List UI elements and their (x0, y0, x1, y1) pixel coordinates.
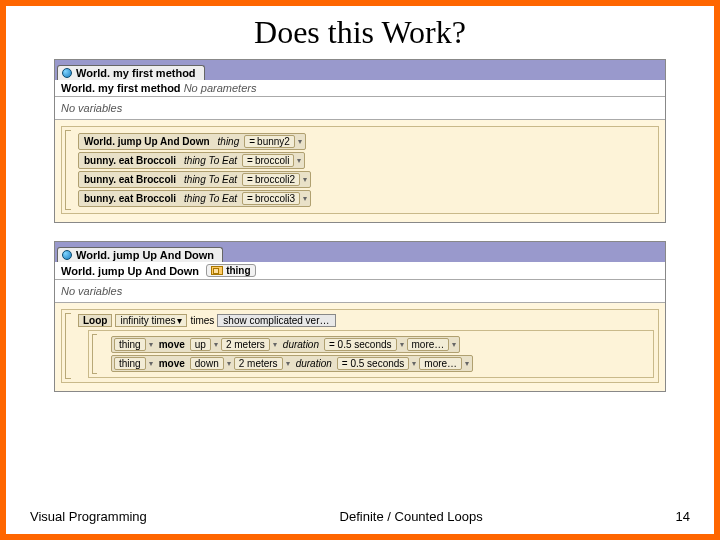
call-param-name: thing (215, 136, 243, 147)
loop-count-dropdown[interactable]: infinity times▾ (115, 314, 187, 327)
footer-center: Definite / Counted Loops (340, 509, 483, 524)
statement-row[interactable]: thing▾ move up▾ 2 meters▾ duration = 0.5… (111, 336, 650, 353)
dropdown-icon: ▾ (464, 359, 470, 368)
amount-dropdown[interactable]: 2 meters (221, 338, 270, 351)
no-variables-label: No variables (55, 97, 665, 120)
method-call-tile[interactable]: World. jump Up And Down thing = bunny2▾ (78, 133, 306, 150)
method-panel-2: World. jump Up And Down World. jump Up A… (54, 241, 666, 392)
dropdown-icon: ▾ (411, 359, 417, 368)
call-param-value[interactable]: = broccoli3 (242, 192, 300, 205)
method-body: Loop infinity times▾ times show complica… (55, 303, 665, 391)
signature-name: World. my first method (61, 82, 181, 94)
loop-body[interactable]: thing▾ move up▾ 2 meters▾ duration = 0.5… (88, 330, 654, 378)
no-variables-label: No variables (55, 280, 665, 303)
dropdown-icon: ▾ (272, 340, 278, 349)
dropdown-icon: ▾ (297, 137, 303, 146)
call-row[interactable]: World. jump Up And Down thing = bunny2▾ (78, 133, 654, 150)
loop-keyword: Loop (78, 314, 112, 327)
direction-dropdown[interactable]: up (190, 338, 211, 351)
verb: move (156, 358, 188, 369)
world-icon (62, 250, 72, 260)
param-name: thing (226, 265, 250, 276)
dropdown-icon: ▾ (213, 340, 219, 349)
call-row[interactable]: bunny. eat Broccoli thing To Eat = brocc… (78, 152, 654, 169)
duration-dropdown[interactable]: = 0.5 seconds (324, 338, 397, 351)
tab-my-first-method[interactable]: World. my first method (57, 65, 205, 80)
loop-times-word: times (190, 315, 214, 326)
dropdown-icon: ▾ (302, 194, 308, 203)
footer-page-number: 14 (676, 509, 690, 524)
call-method: bunny. eat Broccoli (81, 193, 179, 204)
do-in-order-block[interactable]: World. jump Up And Down thing = bunny2▾ … (61, 126, 659, 214)
target-dropdown[interactable]: thing (114, 338, 146, 351)
call-param-value[interactable]: = broccoli (242, 154, 294, 167)
slide-title: Does this Work? (6, 6, 714, 59)
slide-footer: Visual Programming Definite / Counted Lo… (6, 503, 714, 534)
object-icon (211, 266, 223, 275)
more-dropdown[interactable]: more… (407, 338, 450, 351)
dropdown-icon: ▾ (399, 340, 405, 349)
tab-jump-up-and-down[interactable]: World. jump Up And Down (57, 247, 223, 262)
show-complicated-button[interactable]: show complicated ver… (217, 314, 335, 327)
duration-label: duration (293, 358, 335, 369)
call-row[interactable]: bunny. eat Broccoli thing To Eat = brocc… (78, 190, 654, 207)
call-param-name: thing To Eat (181, 174, 240, 185)
move-tile[interactable]: thing▾ move down▾ 2 meters▾ duration = 0… (111, 355, 473, 372)
call-method: World. jump Up And Down (81, 136, 213, 147)
duration-label: duration (280, 339, 322, 350)
move-tile[interactable]: thing▾ move up▾ 2 meters▾ duration = 0.5… (111, 336, 460, 353)
method-signature: World. my first method No parameters (55, 80, 665, 97)
method-call-tile[interactable]: bunny. eat Broccoli thing To Eat = brocc… (78, 152, 305, 169)
tab-label: World. jump Up And Down (76, 249, 214, 261)
dropdown-icon: ▾ (148, 340, 154, 349)
method-panel-1: World. my first method World. my first m… (54, 59, 666, 223)
signature-params: No parameters (184, 82, 257, 94)
target-dropdown[interactable]: thing (114, 357, 146, 370)
param-pill[interactable]: thing (206, 264, 255, 277)
dropdown-icon: ▾ (285, 359, 291, 368)
tab-label: World. my first method (76, 67, 196, 79)
dropdown-icon: ▾ (177, 315, 182, 326)
loop-header[interactable]: Loop infinity times▾ times show complica… (78, 314, 336, 327)
verb: move (156, 339, 188, 350)
amount-dropdown[interactable]: 2 meters (234, 357, 283, 370)
call-param-name: thing To Eat (181, 193, 240, 204)
direction-dropdown[interactable]: down (190, 357, 224, 370)
signature-name: World. jump Up And Down (61, 265, 199, 277)
tab-bar: World. my first method (55, 60, 665, 80)
world-icon (62, 68, 72, 78)
more-dropdown[interactable]: more… (419, 357, 462, 370)
method-call-tile[interactable]: bunny. eat Broccoli thing To Eat = brocc… (78, 190, 311, 207)
call-method: bunny. eat Broccoli (81, 155, 179, 166)
call-row[interactable]: bunny. eat Broccoli thing To Eat = brocc… (78, 171, 654, 188)
dropdown-icon: ▾ (451, 340, 457, 349)
dropdown-icon: ▾ (296, 156, 302, 165)
call-param-value[interactable]: = broccoli2 (242, 173, 300, 186)
duration-dropdown[interactable]: = 0.5 seconds (337, 357, 410, 370)
method-call-tile[interactable]: bunny. eat Broccoli thing To Eat = brocc… (78, 171, 311, 188)
tab-bar: World. jump Up And Down (55, 242, 665, 262)
dropdown-icon: ▾ (302, 175, 308, 184)
do-in-order-block[interactable]: Loop infinity times▾ times show complica… (61, 309, 659, 383)
call-param-name: thing To Eat (181, 155, 240, 166)
call-param-value[interactable]: = bunny2 (244, 135, 295, 148)
statement-row[interactable]: thing▾ move down▾ 2 meters▾ duration = 0… (111, 355, 650, 372)
slide-content: World. my first method World. my first m… (6, 59, 714, 503)
call-method: bunny. eat Broccoli (81, 174, 179, 185)
slide: Does this Work? World. my first method W… (6, 6, 714, 534)
method-signature: World. jump Up And Down thing (55, 262, 665, 280)
method-body: World. jump Up And Down thing = bunny2▾ … (55, 120, 665, 222)
footer-left: Visual Programming (30, 509, 147, 524)
dropdown-icon: ▾ (226, 359, 232, 368)
dropdown-icon: ▾ (148, 359, 154, 368)
